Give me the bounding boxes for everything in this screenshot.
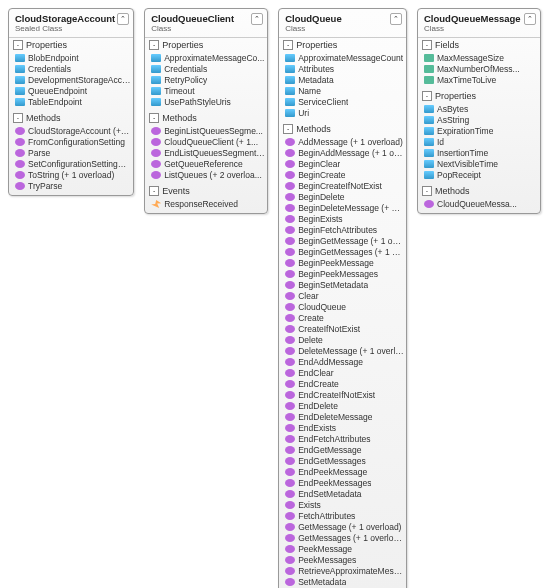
member-item[interactable]: BeginListQueuesSegme... [151, 126, 265, 137]
member-item[interactable]: ListQueues (+ 2 overloa... [151, 170, 265, 181]
member-item[interactable]: MaxNumberOfMess... [424, 64, 538, 75]
member-item[interactable]: BlobEndpoint [15, 53, 131, 64]
collapse-icon[interactable]: ⌃ [390, 13, 402, 25]
section-header[interactable]: -Properties [145, 38, 267, 52]
member-item[interactable]: ToString (+ 1 overload) [15, 170, 131, 181]
member-item[interactable]: DeleteMessage (+ 1 overload) [285, 346, 404, 357]
expand-box-icon[interactable]: - [422, 186, 432, 196]
member-item[interactable]: CreateIfNotExist [285, 324, 404, 335]
section-header[interactable]: -Methods [145, 111, 267, 125]
collapse-icon[interactable]: ⌃ [117, 13, 129, 25]
member-item[interactable]: BeginPeekMessages [285, 269, 404, 280]
member-item[interactable]: EndDeleteMessage [285, 412, 404, 423]
member-item[interactable]: EndPeekMessage [285, 467, 404, 478]
member-item[interactable]: Id [424, 137, 538, 148]
expand-box-icon[interactable]: - [149, 40, 159, 50]
class-card[interactable]: CloudQueueClientClass⌃-PropertiesApproxi… [144, 8, 268, 214]
member-item[interactable]: MaxTimeToLive [424, 75, 538, 86]
member-item[interactable]: Attributes [285, 64, 404, 75]
member-item[interactable]: BeginSetMetadata [285, 280, 404, 291]
member-item[interactable]: CloudStorageAccount (+ 1 o... [15, 126, 131, 137]
member-item[interactable]: BeginDeleteMessage (+ 1 ov... [285, 203, 404, 214]
member-item[interactable]: GetQueueReference [151, 159, 265, 170]
member-item[interactable]: ServiceClient [285, 97, 404, 108]
member-item[interactable]: RetrieveApproximateMessag... [285, 566, 404, 577]
member-item[interactable]: BeginGetMessages (+ 1 over... [285, 247, 404, 258]
expand-box-icon[interactable]: - [149, 186, 159, 196]
member-item[interactable]: PopReceipt [424, 170, 538, 181]
member-item[interactable]: CloudQueue [285, 302, 404, 313]
member-item[interactable]: BeginFetchAttributes [285, 225, 404, 236]
member-item[interactable]: QueueEndpoint [15, 86, 131, 97]
member-item[interactable]: EndGetMessages [285, 456, 404, 467]
collapse-icon[interactable]: ⌃ [251, 13, 263, 25]
member-item[interactable]: EndAddMessage [285, 357, 404, 368]
member-item[interactable]: Timeout [151, 86, 265, 97]
member-item[interactable]: EndExists [285, 423, 404, 434]
member-item[interactable]: BeginCreateIfNotExist [285, 181, 404, 192]
expand-box-icon[interactable]: - [422, 40, 432, 50]
member-item[interactable]: EndListQueuesSegmented [151, 148, 265, 159]
member-item[interactable]: Metadata [285, 75, 404, 86]
member-item[interactable]: ResponseReceived [151, 199, 265, 210]
member-item[interactable]: Uri [285, 108, 404, 119]
member-item[interactable]: DevelopmentStorageAccount [15, 75, 131, 86]
member-item[interactable]: PeekMessage [285, 544, 404, 555]
member-item[interactable]: Credentials [151, 64, 265, 75]
member-item[interactable]: Credentials [15, 64, 131, 75]
expand-box-icon[interactable]: - [422, 91, 432, 101]
section-header[interactable]: -Methods [418, 184, 540, 198]
member-item[interactable]: MaxMessageSize [424, 53, 538, 64]
section-header[interactable]: -Fields [418, 38, 540, 52]
member-item[interactable]: ExpirationTime [424, 126, 538, 137]
member-item[interactable]: TableEndpoint [15, 97, 131, 108]
member-item[interactable]: BeginExists [285, 214, 404, 225]
member-item[interactable]: UsePathStyleUris [151, 97, 265, 108]
expand-box-icon[interactable]: - [13, 40, 23, 50]
member-item[interactable]: InsertionTime [424, 148, 538, 159]
section-header[interactable]: -Properties [9, 38, 133, 52]
section-header[interactable]: -Properties [279, 38, 406, 52]
expand-box-icon[interactable]: - [283, 124, 293, 134]
member-item[interactable]: AsBytes [424, 104, 538, 115]
member-item[interactable]: Create [285, 313, 404, 324]
expand-box-icon[interactable]: - [283, 40, 293, 50]
class-card[interactable]: CloudStorageAccountSealed Class⌃-Propert… [8, 8, 134, 196]
collapse-icon[interactable]: ⌃ [524, 13, 536, 25]
member-item[interactable]: SetMetadata [285, 577, 404, 588]
member-item[interactable]: PeekMessages [285, 555, 404, 566]
member-item[interactable]: EndFetchAttributes [285, 434, 404, 445]
member-item[interactable]: EndCreate [285, 379, 404, 390]
member-item[interactable]: CloudQueueMessa... [424, 199, 538, 210]
member-item[interactable]: EndCreateIfNotExist [285, 390, 404, 401]
member-item[interactable]: TryParse [15, 181, 131, 192]
member-item[interactable]: FromConfigurationSetting [15, 137, 131, 148]
member-item[interactable]: BeginDelete [285, 192, 404, 203]
member-item[interactable]: AddMessage (+ 1 overload) [285, 137, 404, 148]
member-item[interactable]: Delete [285, 335, 404, 346]
class-card[interactable]: CloudQueueMessageClass⌃-FieldsMaxMessage… [417, 8, 541, 214]
member-item[interactable]: BeginAddMessage (+ 1 overl... [285, 148, 404, 159]
member-item[interactable]: FetchAttributes [285, 511, 404, 522]
member-item[interactable]: ApproximateMessageCo... [151, 53, 265, 64]
expand-box-icon[interactable]: - [13, 113, 23, 123]
member-item[interactable]: ApproximateMessageCount [285, 53, 404, 64]
member-item[interactable]: Parse [15, 148, 131, 159]
member-item[interactable]: GetMessage (+ 1 overload) [285, 522, 404, 533]
member-item[interactable]: RetryPolicy [151, 75, 265, 86]
member-item[interactable]: BeginPeekMessage [285, 258, 404, 269]
member-item[interactable]: GetMessages (+ 1 overload) [285, 533, 404, 544]
member-item[interactable]: EndGetMessage [285, 445, 404, 456]
member-item[interactable]: EndClear [285, 368, 404, 379]
member-item[interactable]: Exists [285, 500, 404, 511]
member-item[interactable]: SetConfigurationSettingPubl... [15, 159, 131, 170]
member-item[interactable]: BeginCreate [285, 170, 404, 181]
member-item[interactable]: BeginClear [285, 159, 404, 170]
class-card[interactable]: CloudQueueClass⌃-PropertiesApproximateMe… [278, 8, 407, 588]
expand-box-icon[interactable]: - [149, 113, 159, 123]
member-item[interactable]: EndSetMetadata [285, 489, 404, 500]
section-header[interactable]: -Events [145, 184, 267, 198]
member-item[interactable]: Name [285, 86, 404, 97]
member-item[interactable]: EndPeekMessages [285, 478, 404, 489]
member-item[interactable]: Clear [285, 291, 404, 302]
